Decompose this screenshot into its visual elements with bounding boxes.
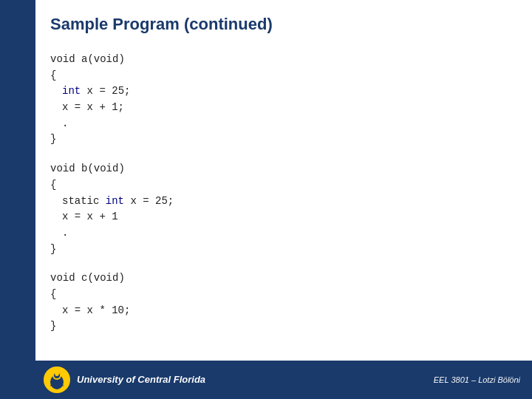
bottom-bar: University of Central Florida EEL 3801 –… [35, 361, 532, 399]
code-section-b: void b(void) { static int x = 25; x = x … [50, 161, 510, 257]
code-line: x = x + 1; [50, 100, 510, 116]
code-block: void a(void) { int x = 25; x = x + 1; . … [50, 52, 510, 335]
ucf-logo-area: University of Central Florida [43, 366, 205, 394]
university-name: University of Central Florida [77, 375, 205, 385]
ucf-text-logo: University of Central Florida [77, 375, 205, 385]
code-section-a: void a(void) { int x = 25; x = x + 1; . … [50, 52, 510, 148]
svg-point-6 [55, 370, 59, 376]
code-line: void b(void) [50, 161, 510, 177]
code-section-c: void c(void) { x = x * 10; } [50, 270, 510, 335]
main-content: Sample Program (continued) void a(void) … [35, 0, 532, 399]
code-line: } [50, 132, 510, 148]
code-line: { [50, 287, 510, 303]
code-line: x = x + 1 [50, 209, 510, 225]
code-line: } [50, 242, 510, 258]
code-line: x = x * 10; [50, 303, 510, 319]
code-line: { [50, 68, 510, 84]
code-line: } [50, 318, 510, 335]
left-sidebar-bar [0, 0, 35, 399]
code-line: void c(void) [50, 270, 510, 287]
ucf-emblem-icon [43, 366, 71, 394]
code-line: void a(void) [50, 52, 510, 68]
code-line: . [50, 225, 510, 242]
code-line: int x = 25; [50, 83, 510, 100]
code-line: { [50, 177, 510, 194]
footer-credit: EEL 3801 – Lotzi Bölöni [434, 375, 520, 384]
code-line: static int x = 25; [50, 194, 510, 210]
slide-title: Sample Program (continued) [50, 15, 510, 34]
code-line: . [50, 116, 510, 132]
